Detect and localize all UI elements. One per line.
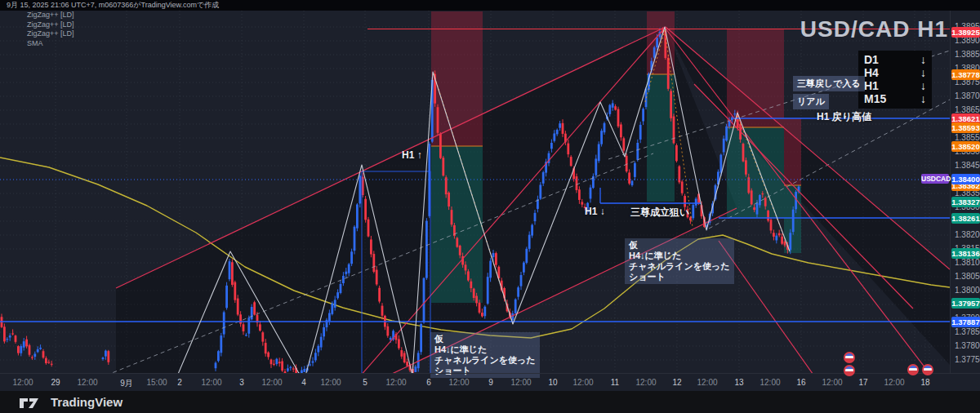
chart-canvas[interactable]: [0, 0, 950, 373]
time-tick: 12:00: [385, 378, 406, 387]
time-tick: 10: [548, 378, 557, 387]
price-badge: 1.38925: [951, 27, 980, 38]
price-badge: 1.38778: [951, 69, 980, 80]
time-tick: 12:00: [320, 378, 341, 387]
time-tick: 4: [301, 378, 306, 387]
price-badge: 1.38261: [951, 213, 980, 224]
tf-row-h4[interactable]: H4↓: [864, 66, 926, 79]
time-tick: 12:00: [12, 378, 33, 387]
price-badge: 1.38593: [951, 122, 980, 133]
time-tick: 29: [51, 378, 60, 387]
time-tick: 12:00: [760, 378, 780, 387]
down-arrow-icon: ↓: [920, 66, 926, 79]
time-tick: 16: [796, 378, 805, 387]
supply-zone: [784, 118, 801, 185]
indicator-legend[interactable]: ZigZag++ [LD]ZigZag++ [LD]ZigZag++ [LD]S…: [27, 11, 74, 49]
price-badge: 1.38327: [951, 197, 980, 207]
supply-zone: [727, 29, 784, 127]
time-tick: 12:00: [697, 378, 717, 387]
indicator-legend-item[interactable]: SMA: [27, 40, 74, 47]
tf-label: D1: [864, 53, 879, 66]
down-arrow-icon: ↓: [920, 79, 926, 92]
price-tick: 1.38000: [955, 286, 980, 295]
time-axis[interactable]: 12:002912:009月15:00212:00312:00412:00512…: [0, 373, 980, 392]
annotation-sanzon-entry[interactable]: 三尊戻しで入る: [793, 76, 865, 91]
time-tick: 17: [858, 378, 867, 387]
time-tick: 12:00: [884, 378, 904, 387]
price-tick: 1.38450: [955, 161, 980, 171]
time-tick: 11: [611, 378, 619, 387]
price-tick: 1.38700: [955, 91, 980, 101]
time-tick: 12:00: [261, 378, 282, 387]
annotation-h1-return-high[interactable]: H1 戻り高値: [817, 110, 871, 124]
price-tick: 1.37750: [955, 355, 980, 365]
tradingview-chart-window: 9月 15, 2025 21:06 UTC+7, m0607366がTradin…: [0, 0, 980, 413]
tf-label: H1: [864, 79, 879, 92]
tf-label: M15: [864, 92, 886, 105]
price-tick: 1.37850: [955, 327, 980, 337]
plot-area: [0, 11, 950, 373]
indicator-legend-item[interactable]: ZigZag++ [LD]: [27, 11, 74, 19]
price-tick: 1.38100: [955, 258, 980, 268]
time-tick: 12:00: [448, 378, 469, 387]
tradingview-logo-icon[interactable]: [18, 395, 42, 410]
timeframe-direction-panel[interactable]: D1↓H4↓H1↓M15↓: [858, 51, 932, 109]
price-badge: 1.38136: [951, 248, 980, 259]
indicator-legend-item[interactable]: ZigZag++ [LD]: [27, 21, 74, 29]
price-tick: 1.38850: [955, 50, 980, 60]
price-tick: 1.38900: [955, 36, 980, 46]
price-badge: 1.38520: [951, 141, 980, 152]
price-tick: 1.38200: [955, 230, 980, 240]
tf-label: H4: [864, 66, 879, 79]
time-tick: 12:00: [77, 378, 97, 387]
indicator-legend-item[interactable]: ZigZag++ [LD]: [27, 30, 74, 38]
price-tick: 1.37800: [955, 341, 980, 351]
demand-zone: [431, 146, 483, 303]
time-tick: 18: [920, 378, 929, 387]
annotation-h1-up[interactable]: H1 ↑: [402, 149, 422, 161]
annotation-h1-down[interactable]: H1 ↓: [585, 206, 605, 217]
down-arrow-icon: ↓: [920, 92, 926, 105]
symbol-price-chip: USDCAD: [921, 174, 949, 184]
time-tick: 12:00: [510, 378, 531, 387]
calendar-event-flag-icon[interactable]: [922, 364, 933, 375]
time-tick: 12: [672, 378, 681, 387]
footer-bar: TradingView: [0, 391, 980, 413]
price-badge: 1.37887: [951, 317, 980, 327]
time-tick: 9: [488, 378, 493, 387]
tf-row-m15[interactable]: M15↓: [864, 92, 926, 105]
time-tick: 12:00: [572, 378, 593, 387]
symbol-title-watermark: USD/CAD H1: [800, 16, 948, 42]
calendar-event-flag-icon[interactable]: [844, 352, 855, 363]
annotation-real[interactable]: リアル: [793, 94, 829, 109]
time-tick: 2: [177, 378, 182, 387]
time-tick: 6: [426, 378, 431, 387]
tf-row-d1[interactable]: D1↓: [864, 53, 926, 66]
tradingview-brand-text[interactable]: TradingView: [51, 395, 122, 409]
annotation-note-short-1[interactable]: 仮H4↓に準じたチャネルラインを使ったショート: [625, 238, 734, 284]
time-tick: 12:00: [635, 378, 656, 387]
tf-row-h1[interactable]: H1↓: [864, 79, 926, 92]
calendar-event-flag-icon[interactable]: [844, 365, 855, 376]
down-arrow-icon: ↓: [920, 53, 926, 66]
time-tick: 15:00: [146, 378, 167, 387]
time-tick: 3: [239, 378, 244, 387]
time-tick: 5: [363, 378, 368, 387]
annotation-note-short-2[interactable]: 仮H4↓に準じたチャネルラインを使ったショート: [430, 332, 540, 378]
price-tick: 1.38050: [955, 272, 980, 282]
time-tick: 12:00: [822, 378, 842, 387]
time-tick: 12:00: [201, 378, 221, 387]
price-badge: 1.37957: [951, 298, 980, 309]
calendar-event-flag-icon[interactable]: [907, 364, 919, 375]
annotation-sanzon-target[interactable]: 三尊成立狙い: [630, 206, 689, 220]
time-tick: 9月: [120, 378, 133, 389]
time-tick: 13: [734, 378, 743, 387]
current-price-badge: 1.38400: [951, 174, 980, 184]
